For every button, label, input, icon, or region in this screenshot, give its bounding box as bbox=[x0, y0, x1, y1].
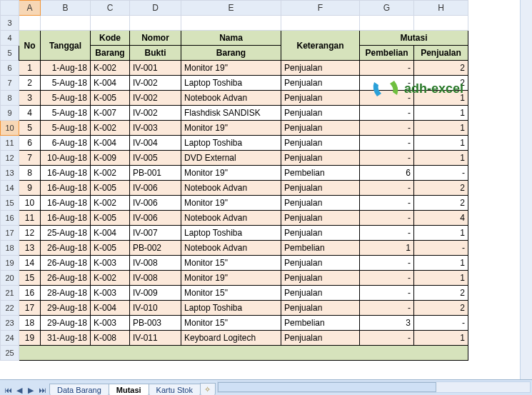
cell-bukti[interactable]: IV-002 bbox=[130, 106, 181, 121]
cell-nama[interactable]: Laptop Toshiba bbox=[181, 136, 281, 151]
cell-ket[interactable]: Pembelian bbox=[281, 316, 360, 331]
row-header[interactable]: 23 bbox=[1, 316, 19, 331]
cell-jual[interactable]: - bbox=[414, 241, 468, 256]
cell-kode[interactable]: K-004 bbox=[91, 226, 130, 241]
cell-ket[interactable]: Pembelian bbox=[281, 166, 360, 181]
cell-nama[interactable]: Notebook Advan bbox=[181, 211, 281, 226]
cell-no[interactable]: 10 bbox=[19, 196, 41, 211]
cell-kode[interactable]: K-002 bbox=[91, 121, 130, 136]
cell-ket[interactable]: Penjualan bbox=[281, 151, 360, 166]
col-header-C[interactable]: C bbox=[91, 1, 130, 16]
cell-nama[interactable]: Notebook Advan bbox=[181, 91, 281, 106]
tab-nav-next-icon[interactable]: ▶ bbox=[26, 385, 36, 395]
cell-no[interactable]: 6 bbox=[19, 136, 41, 151]
cell-beli[interactable]: - bbox=[360, 211, 414, 226]
cell-beli[interactable]: - bbox=[360, 301, 414, 316]
cell-tanggal[interactable]: 1-Aug-18 bbox=[41, 61, 91, 76]
tab-nav-last-icon[interactable]: ⏭ bbox=[37, 385, 47, 395]
cell-tanggal[interactable]: 25-Aug-18 bbox=[41, 226, 91, 241]
cell-tanggal[interactable]: 16-Aug-18 bbox=[41, 196, 91, 211]
cell-beli[interactable]: - bbox=[360, 286, 414, 301]
horizontal-scrollbar[interactable] bbox=[217, 381, 531, 393]
cell-nama[interactable]: Monitor 15" bbox=[181, 286, 281, 301]
cell-tanggal[interactable]: 5-Aug-18 bbox=[41, 121, 91, 136]
cell-jual[interactable]: 4 bbox=[414, 211, 468, 226]
cell-nama[interactable]: DVD External bbox=[181, 151, 281, 166]
cell-kode[interactable]: K-005 bbox=[91, 91, 130, 106]
cell-kode[interactable]: K-009 bbox=[91, 151, 130, 166]
cell-nama[interactable]: Notebook Advan bbox=[181, 181, 281, 196]
cell-no[interactable]: 18 bbox=[19, 316, 41, 331]
cell-kode[interactable]: K-002 bbox=[91, 61, 130, 76]
cell-bukti[interactable]: IV-003 bbox=[130, 121, 181, 136]
cell-ket[interactable]: Penjualan bbox=[281, 271, 360, 286]
cell-jual[interactable]: 2 bbox=[414, 196, 468, 211]
cell-bukti[interactable]: IV-002 bbox=[130, 91, 181, 106]
cell-bukti[interactable]: IV-001 bbox=[130, 61, 181, 76]
cell-tanggal[interactable]: 5-Aug-18 bbox=[41, 91, 91, 106]
cell-kode[interactable]: K-002 bbox=[91, 166, 130, 181]
cell-kode[interactable]: K-002 bbox=[91, 271, 130, 286]
cell-tanggal[interactable]: 29-Aug-18 bbox=[41, 301, 91, 316]
cell-beli[interactable]: 3 bbox=[360, 316, 414, 331]
cell-jual[interactable]: 2 bbox=[414, 76, 468, 91]
cell-kode[interactable]: K-007 bbox=[91, 106, 130, 121]
cell-kode[interactable]: K-005 bbox=[91, 211, 130, 226]
cell-bukti[interactable]: IV-006 bbox=[130, 211, 181, 226]
row-header[interactable]: 11 bbox=[1, 136, 19, 151]
cell-bukti[interactable]: IV-002 bbox=[130, 76, 181, 91]
row-header[interactable]: 21 bbox=[1, 286, 19, 301]
scroll-thumb[interactable] bbox=[218, 382, 436, 392]
cell-ket[interactable]: Penjualan bbox=[281, 76, 360, 91]
select-all-corner[interactable] bbox=[1, 1, 19, 16]
row-header[interactable]: 19 bbox=[1, 256, 19, 271]
cell-kode[interactable]: K-003 bbox=[91, 286, 130, 301]
cell-bukti[interactable]: IV-006 bbox=[130, 196, 181, 211]
cell-bukti[interactable]: PB-003 bbox=[130, 316, 181, 331]
cell-jual[interactable]: 1 bbox=[414, 91, 468, 106]
row-header[interactable]: 22 bbox=[1, 301, 19, 316]
cell-tanggal[interactable]: 5-Aug-18 bbox=[41, 76, 91, 91]
col-header-E[interactable]: E bbox=[181, 1, 281, 16]
cell-kode[interactable]: K-005 bbox=[91, 181, 130, 196]
cell-tanggal[interactable]: 16-Aug-18 bbox=[41, 166, 91, 181]
cell-tanggal[interactable]: 16-Aug-18 bbox=[41, 211, 91, 226]
cell-bukti[interactable]: IV-007 bbox=[130, 226, 181, 241]
cell-nama[interactable]: Laptop Toshiba bbox=[181, 76, 281, 91]
row-header[interactable]: 17 bbox=[1, 226, 19, 241]
cell-no[interactable]: 5 bbox=[19, 121, 41, 136]
cell-beli[interactable]: - bbox=[360, 151, 414, 166]
cell-no[interactable]: 2 bbox=[19, 76, 41, 91]
row-header[interactable]: 9 bbox=[1, 106, 19, 121]
cell-jual[interactable]: 1 bbox=[414, 106, 468, 121]
cell-kode[interactable]: K-008 bbox=[91, 331, 130, 346]
col-header-F[interactable]: F bbox=[281, 1, 360, 16]
cell-beli[interactable]: - bbox=[360, 331, 414, 346]
cell-tanggal[interactable]: 31-Aug-18 bbox=[41, 331, 91, 346]
row-header[interactable]: 8 bbox=[1, 91, 19, 106]
cell-tanggal[interactable]: 26-Aug-18 bbox=[41, 241, 91, 256]
cell-ket[interactable]: Penjualan bbox=[281, 286, 360, 301]
row-header[interactable]: 25 bbox=[1, 346, 19, 361]
cell-beli[interactable]: 6 bbox=[360, 166, 414, 181]
cell-tanggal[interactable]: 10-Aug-18 bbox=[41, 151, 91, 166]
cell-ket[interactable]: Penjualan bbox=[281, 226, 360, 241]
cell-nama[interactable]: Keyboard Logitech bbox=[181, 331, 281, 346]
row-header[interactable]: 12 bbox=[1, 151, 19, 166]
cell-no[interactable]: 12 bbox=[19, 226, 41, 241]
sheet-tab-data-barang[interactable]: Data Barang bbox=[49, 384, 109, 395]
row-header[interactable]: 6 bbox=[1, 61, 19, 76]
col-header-D[interactable]: D bbox=[130, 1, 181, 16]
cell-no[interactable]: 9 bbox=[19, 181, 41, 196]
row-header[interactable]: 5 bbox=[1, 46, 19, 61]
cell-no[interactable]: 1 bbox=[19, 61, 41, 76]
cell-tanggal[interactable]: 6-Aug-18 bbox=[41, 136, 91, 151]
cell-nama[interactable]: Laptop Toshiba bbox=[181, 301, 281, 316]
cell-jual[interactable]: 2 bbox=[414, 286, 468, 301]
cell-beli[interactable]: - bbox=[360, 136, 414, 151]
cell-tanggal[interactable]: 26-Aug-18 bbox=[41, 271, 91, 286]
cell-beli[interactable]: - bbox=[360, 271, 414, 286]
cell-no[interactable]: 4 bbox=[19, 106, 41, 121]
row-header[interactable]: 13 bbox=[1, 166, 19, 181]
row-header[interactable]: 16 bbox=[1, 211, 19, 226]
